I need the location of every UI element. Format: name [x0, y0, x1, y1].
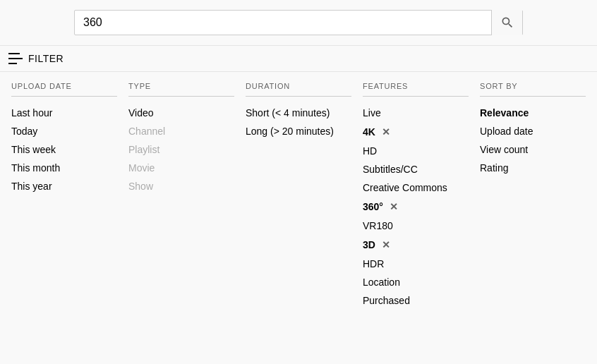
- feature-3d[interactable]: 3D ✕: [363, 235, 469, 255]
- upload-date-last-hour[interactable]: Last hour: [11, 104, 117, 122]
- feature-creative-commons[interactable]: Creative Commons: [363, 178, 469, 197]
- upload-date-this-year[interactable]: This year: [11, 177, 117, 195]
- filter-label: FILTER: [28, 53, 64, 64]
- feature-360-close[interactable]: ✕: [387, 200, 400, 213]
- search-input-wrapper: [74, 10, 523, 35]
- sort-rating[interactable]: Rating: [480, 159, 586, 177]
- duration-short[interactable]: Short (< 4 minutes): [246, 104, 351, 122]
- upload-date-today[interactable]: Today: [11, 122, 117, 140]
- sort-view-count[interactable]: View count: [480, 140, 586, 159]
- feature-360[interactable]: 360° ✕: [363, 197, 469, 217]
- type-video[interactable]: Video: [128, 104, 234, 122]
- search-icon: [500, 16, 514, 30]
- feature-hdr[interactable]: HDR: [363, 255, 469, 273]
- type-channel: Channel: [128, 122, 234, 140]
- feature-subtitles[interactable]: Subtitles/CC: [363, 160, 469, 178]
- filter-bars-icon: [8, 53, 23, 64]
- sort-relevance[interactable]: Relevance: [480, 104, 586, 122]
- upload-date-header: UPLOAD DATE: [11, 72, 117, 97]
- features-col: FEATURES Live 4K ✕ HD Subtitles/CC Creat…: [357, 72, 474, 310]
- columns-row: UPLOAD DATE Last hour Today This week Th…: [0, 72, 597, 310]
- type-movie: Movie: [128, 159, 234, 177]
- filter-row[interactable]: FILTER: [0, 45, 597, 72]
- search-button[interactable]: [491, 10, 522, 35]
- feature-purchased[interactable]: Purchased: [363, 291, 469, 310]
- feature-location[interactable]: Location: [363, 273, 469, 291]
- search-bar-row: [0, 0, 597, 45]
- feature-hd[interactable]: HD: [363, 142, 469, 160]
- feature-4k-close[interactable]: ✕: [380, 126, 392, 138]
- feature-3d-close[interactable]: ✕: [380, 238, 392, 251]
- search-input[interactable]: [75, 16, 491, 29]
- upload-date-this-month[interactable]: This month: [11, 159, 117, 177]
- feature-live[interactable]: Live: [363, 104, 469, 122]
- upload-date-this-week[interactable]: This week: [11, 140, 117, 159]
- sort-upload-date[interactable]: Upload date: [480, 122, 586, 140]
- duration-header: DURATION: [246, 72, 351, 97]
- type-show: Show: [128, 177, 234, 195]
- type-col: TYPE Video Channel Playlist Movie Show: [123, 72, 240, 310]
- type-playlist: Playlist: [128, 140, 234, 159]
- sort-by-header: SORT BY: [480, 72, 586, 97]
- type-header: TYPE: [128, 72, 234, 97]
- feature-4k[interactable]: 4K ✕: [363, 122, 469, 142]
- upload-date-col: UPLOAD DATE Last hour Today This week Th…: [6, 72, 123, 310]
- duration-long[interactable]: Long (> 20 minutes): [246, 122, 351, 140]
- duration-col: DURATION Short (< 4 minutes) Long (> 20 …: [240, 72, 357, 310]
- sort-by-col: SORT BY Relevance Upload date View count…: [474, 72, 591, 310]
- feature-vr180[interactable]: VR180: [363, 217, 469, 235]
- features-header: FEATURES: [363, 72, 469, 97]
